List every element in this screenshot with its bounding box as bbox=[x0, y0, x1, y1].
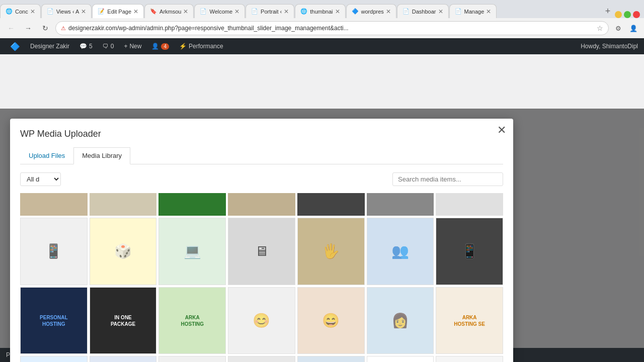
forward-button[interactable]: → bbox=[21, 21, 35, 35]
close-window-button[interactable] bbox=[633, 11, 640, 18]
image-cell-r1c1[interactable]: 📱 bbox=[20, 218, 88, 285]
comments-icon: 💬 bbox=[79, 43, 87, 50]
tab-favicon-views: 📄 bbox=[47, 8, 54, 15]
image-partial-pt2[interactable] bbox=[90, 193, 157, 216]
tab-label-thumbnail: thumbnai bbox=[310, 9, 333, 15]
comments2-icon: 🗨 bbox=[103, 43, 109, 50]
performance-label: Performance bbox=[189, 43, 223, 50]
image-cell-r2c4[interactable]: 😊 bbox=[228, 287, 295, 354]
tab-close-conc[interactable]: ✕ bbox=[30, 8, 35, 15]
browser-tab-views[interactable]: 📄 Views ‹ A ✕ bbox=[41, 4, 92, 18]
image-cell-r1c5[interactable]: 🖐 bbox=[297, 218, 365, 285]
minimize-button[interactable] bbox=[615, 11, 622, 18]
tab-close-thumbnail[interactable]: ✕ bbox=[335, 8, 340, 15]
wp-howdy: Howdy, ShimantoDipl bbox=[581, 43, 638, 50]
wp-performance-item[interactable]: ⚡ Performance bbox=[175, 38, 227, 54]
browser-tab-wordpress[interactable]: 🔷 wordpres ✕ bbox=[346, 4, 396, 18]
image-cell-r2c2[interactable]: IN ONEPACKAGE bbox=[90, 287, 157, 354]
browser-tab-thumbnail[interactable]: 🌐 thumbnai ✕ bbox=[295, 4, 345, 18]
image-cell-r3c4[interactable]: 🖥 bbox=[228, 356, 295, 362]
tab-media-library[interactable]: Media Library bbox=[73, 147, 130, 164]
image-cell-r2c6[interactable]: 👩 bbox=[367, 287, 434, 354]
image-cell-r1c7[interactable]: 📱 bbox=[436, 218, 503, 285]
tab-close-dashboard[interactable]: ✕ bbox=[438, 8, 443, 15]
image-cell-r1c6[interactable]: 👥 bbox=[367, 218, 434, 285]
wp-new-item[interactable]: + New bbox=[120, 38, 145, 54]
tab-label-wordpress: wordpres bbox=[361, 9, 384, 15]
address-box[interactable]: ⚠ designerzakir.com/wp-admin/admin.php?p… bbox=[55, 21, 609, 35]
comments2-count: 0 bbox=[111, 43, 114, 50]
tab-favicon-manage: 📄 bbox=[455, 8, 462, 15]
wp-comments2-item[interactable]: 🗨 0 bbox=[99, 38, 118, 54]
image-partial-pt4[interactable] bbox=[228, 193, 295, 216]
image-cell-r1c2[interactable]: 🎲 bbox=[90, 218, 157, 285]
image-cell-r3c2[interactable]: 🗄 bbox=[90, 356, 157, 362]
browser-tab-arkmsou[interactable]: 🔖 Arkmsou ✕ bbox=[144, 4, 194, 18]
tab-favicon-arkmsou: 🔖 bbox=[150, 8, 157, 15]
user-badge: 4 bbox=[161, 43, 169, 50]
tab-label-views: Views ‹ A bbox=[56, 9, 79, 15]
extensions-button[interactable]: ⚙ bbox=[612, 22, 625, 35]
address-text: designerzakir.com/wp-admin/admin.php?pag… bbox=[68, 25, 594, 32]
image-partial-pt5[interactable] bbox=[297, 193, 365, 216]
browser-tab-manage[interactable]: 📄 Manage ✕ bbox=[449, 4, 497, 18]
maximize-button[interactable] bbox=[624, 11, 631, 18]
image-cell-r2c7[interactable]: ARKAHOSTING SE bbox=[436, 287, 503, 354]
image-cell-r3c7[interactable]: Microsoft bbox=[436, 356, 503, 362]
tab-favicon-conc: 🌐 bbox=[6, 8, 13, 15]
tab-close-editpage[interactable]: ✕ bbox=[133, 8, 138, 15]
tab-close-manage[interactable]: ✕ bbox=[486, 8, 491, 15]
wp-user-item[interactable]: 👤 4 bbox=[147, 38, 173, 54]
image-cell-r2c3[interactable]: ARKAHOSTING bbox=[158, 287, 226, 354]
image-grid: 📱🎲💻🖥🖐👥📱PERSONALHOSTINGIN ONEPACKAGEARKAH… bbox=[20, 193, 503, 362]
browser-tab-conc[interactable]: 🌐 Conc ✕ bbox=[0, 4, 41, 18]
image-partial-pt6[interactable] bbox=[367, 193, 434, 216]
wp-comments-item[interactable]: 💬 5 bbox=[75, 38, 97, 54]
image-partial-pt1[interactable] bbox=[20, 193, 88, 216]
wp-site-label: Designer Zakir bbox=[30, 43, 69, 50]
tab-bar: 🌐 Conc ✕ 📄 Views ‹ A ✕ 📝 Edit Page ✕ 🔖 A… bbox=[0, 0, 644, 18]
image-cell-r3c3[interactable]: 🗂 bbox=[158, 356, 226, 362]
browser-tab-dashboard[interactable]: 📄 Dashboar ✕ bbox=[397, 4, 449, 18]
address-bar-row: ← → ↻ ⚠ designerzakir.com/wp-admin/admin… bbox=[0, 18, 644, 38]
tab-favicon-welcome: 📄 bbox=[200, 8, 207, 15]
comments-count: 5 bbox=[89, 43, 93, 50]
new-icon: + bbox=[124, 43, 127, 50]
image-cell-r1c4[interactable]: 🖥 bbox=[228, 218, 295, 285]
browser-tab-welcome[interactable]: 📄 Welcome ✕ bbox=[194, 4, 245, 18]
browser-actions: ⚙ 👤 bbox=[612, 22, 640, 35]
back-button[interactable]: ← bbox=[4, 21, 18, 35]
search-input[interactable] bbox=[392, 172, 503, 186]
tab-close-views[interactable]: ✕ bbox=[81, 8, 86, 15]
image-cell-r2c1[interactable]: PERSONALHOSTING bbox=[20, 287, 88, 354]
tab-close-wordpress[interactable]: ✕ bbox=[386, 8, 391, 15]
image-cell-r3c5[interactable]: 👥 bbox=[297, 356, 365, 362]
tab-label-portrait: Portrait ‹ bbox=[261, 9, 282, 15]
tab-favicon-dashboard: 📄 bbox=[403, 8, 410, 15]
browser-chrome: 🌐 Conc ✕ 📄 Views ‹ A ✕ 📝 Edit Page ✕ 🔖 A… bbox=[0, 0, 644, 38]
browser-tab-portrait[interactable]: 📄 Portrait ‹ ✕ bbox=[246, 4, 294, 18]
wp-home-icon[interactable]: 🔷 bbox=[6, 38, 24, 54]
image-grid-container[interactable]: 📱🎲💻🖥🖐👥📱PERSONALHOSTINGIN ONEPACKAGEARKAH… bbox=[20, 193, 503, 362]
image-partial-pt3[interactable] bbox=[158, 193, 226, 216]
image-cell-r1c3[interactable]: 💻 bbox=[158, 218, 226, 285]
modal-close-button[interactable]: ✕ bbox=[497, 125, 506, 136]
wp-site-name[interactable]: Designer Zakir bbox=[26, 38, 73, 54]
reload-button[interactable]: ↻ bbox=[38, 21, 52, 35]
tab-close-welcome[interactable]: ✕ bbox=[234, 8, 239, 15]
profile-button[interactable]: 👤 bbox=[627, 22, 640, 35]
tab-favicon-editpage: 📝 bbox=[98, 8, 105, 15]
image-cell-r3c6[interactable]: Coca-Cola bbox=[367, 356, 434, 362]
image-partial-pt7[interactable] bbox=[436, 193, 503, 216]
browser-tab-editpage[interactable]: 📝 Edit Page ✕ bbox=[92, 4, 144, 18]
filter-dropdown[interactable]: All d Images Videos bbox=[20, 172, 61, 186]
bookmark-star-icon[interactable]: ☆ bbox=[597, 24, 603, 32]
image-cell-r2c5[interactable]: 😄 bbox=[297, 287, 365, 354]
new-tab-button[interactable]: + bbox=[601, 4, 615, 18]
image-cell-r3c1[interactable]: ARKAHHOSTING SE bbox=[20, 356, 88, 362]
user-icon: 👤 bbox=[151, 43, 159, 50]
tab-upload-files[interactable]: Upload Files bbox=[20, 147, 73, 164]
tab-close-arkmsou[interactable]: ✕ bbox=[183, 8, 188, 15]
tab-favicon-portrait: 📄 bbox=[251, 8, 258, 15]
tab-close-portrait[interactable]: ✕ bbox=[284, 8, 289, 15]
